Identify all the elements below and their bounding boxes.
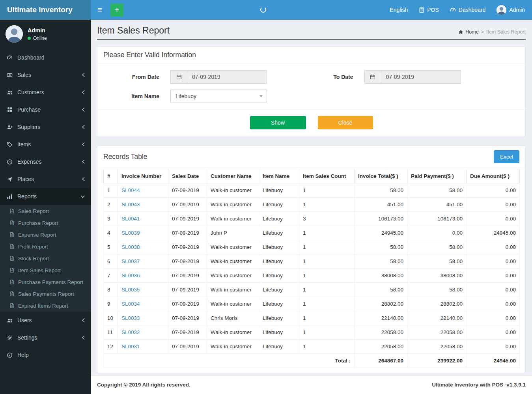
from-date-input[interactable]: [187, 70, 267, 84]
sidebar-toggle-button[interactable]: [91, 0, 109, 20]
sidebar-user-name: Admin: [28, 27, 47, 34]
sidebar-subitem-expired-items-report[interactable]: Expired Items Report: [0, 300, 91, 312]
filter-box: Please Enter Valid Information From Date: [97, 46, 526, 136]
row-number: 7: [104, 269, 118, 283]
invoice-link[interactable]: SL0035: [121, 287, 140, 293]
sidebar-item-items[interactable]: Items: [0, 136, 91, 153]
page-layout: Admin Online Dashboard Sales Customers: [0, 20, 532, 394]
sidebar-item-sales[interactable]: Sales: [0, 66, 91, 84]
breadcrumb-home[interactable]: Home: [458, 29, 478, 35]
filter-box-title: Please Enter Valid Information: [103, 51, 196, 59]
sidebar-item-expenses[interactable]: Expenses: [0, 153, 91, 170]
to-date-input[interactable]: [381, 70, 461, 84]
paid-payment: 58.00: [407, 183, 467, 198]
item-name: Lifebuoy: [259, 325, 299, 340]
table-row: 3 SL0041 07-09-2019 Walk-in customer Lif…: [104, 212, 520, 226]
sales-date: 07-09-2019: [168, 297, 207, 311]
navbar-main: + English POS Dashboard Admin: [91, 0, 532, 20]
sidebar-subitem-purchase-report[interactable]: Purchase Report: [0, 217, 91, 229]
item-name: Lifebuoy: [259, 283, 299, 297]
sales-date: 07-09-2019: [168, 226, 207, 240]
brand-logo[interactable]: Ultimate Inventory: [0, 0, 91, 20]
item-name: Lifebuoy: [259, 311, 299, 325]
page-title: Item Sales Report: [97, 25, 170, 36]
navbar-links: English POS Dashboard Admin: [384, 0, 532, 20]
invoice-link[interactable]: SL0038: [121, 244, 140, 250]
sidebar-item-customers[interactable]: Customers: [0, 84, 91, 101]
nav-pos[interactable]: POS: [413, 0, 444, 20]
column-header: Invoice Number: [118, 169, 168, 183]
due-amount: 0.00: [467, 254, 520, 269]
show-button[interactable]: Show: [250, 116, 306, 129]
from-date-label: From Date: [103, 74, 170, 80]
due-amount: 0.00: [467, 212, 520, 226]
sales-date: 07-09-2019: [168, 254, 207, 269]
invoice-link[interactable]: SL0044: [121, 187, 140, 193]
column-header: Sales Date: [168, 169, 207, 183]
row-number: 3: [104, 212, 118, 226]
sales-date: 07-09-2019: [168, 325, 207, 340]
close-button[interactable]: Close: [318, 116, 373, 129]
invoice-link[interactable]: SL0034: [121, 301, 140, 307]
calendar-icon: [170, 70, 187, 84]
invoice-link[interactable]: SL0041: [121, 216, 140, 222]
sales-date: 07-09-2019: [168, 240, 207, 254]
sidebar-subitem-sales-payments-report[interactable]: Sales Payments Report: [0, 288, 91, 300]
item-sales-count: 3: [299, 212, 355, 226]
paid-payment: 58.00: [407, 254, 467, 269]
sidebar-item-settings[interactable]: Settings: [0, 329, 91, 346]
item-sales-count: 1: [299, 269, 355, 283]
invoice-link[interactable]: SL0033: [121, 315, 140, 321]
sidebar-item-suppliers[interactable]: Suppliers: [0, 118, 91, 136]
excel-export-button[interactable]: Excel: [494, 150, 519, 163]
sidebar-item-users[interactable]: Users: [0, 312, 91, 329]
item-sales-count: 1: [299, 283, 355, 297]
item-name-select[interactable]: Lifebuoy: [170, 90, 267, 103]
item-name-row: Item Name Lifebuoy: [103, 90, 312, 103]
invoice-total: 58.00: [355, 254, 407, 269]
column-header: Item Sales Count: [299, 169, 355, 183]
file-icon: [9, 303, 15, 308]
invoice-link[interactable]: SL0039: [121, 230, 140, 236]
nav-language[interactable]: English: [384, 0, 413, 20]
item-name: Lifebuoy: [259, 226, 299, 240]
header-divider: [97, 39, 526, 40]
sidebar-item-help[interactable]: Help: [0, 346, 91, 364]
row-number: 8: [104, 283, 118, 297]
item-name: Lifebuoy: [259, 212, 299, 226]
sidebar-subitem-sales-report[interactable]: Sales Report: [0, 205, 91, 217]
sidebar-item-reports[interactable]: Reports: [0, 188, 91, 205]
item-sales-count: 1: [299, 198, 355, 212]
sidebar-subitem-expense-report[interactable]: Expense Report: [0, 229, 91, 241]
add-button[interactable]: +: [110, 4, 123, 17]
dashboard-icon: [450, 7, 456, 13]
nav-dashboard[interactable]: Dashboard: [444, 0, 491, 20]
sidebar-subitem-item-sales-report[interactable]: Item Sales Report: [0, 264, 91, 276]
invoice-link[interactable]: SL0037: [121, 258, 140, 264]
sidebar-subitem-profit-report[interactable]: Profit Report: [0, 241, 91, 252]
chevron-left-icon: [82, 318, 85, 323]
invoice-link[interactable]: SL0043: [121, 202, 140, 207]
invoice-link[interactable]: SL0031: [121, 344, 140, 349]
row-number: 9: [104, 297, 118, 311]
sidebar-subitem-purchase-payments-report[interactable]: Purchase Payments Report: [0, 276, 91, 288]
table-header-row: #Invoice NumberSales DateCustomer NameIt…: [104, 169, 520, 183]
chevron-left-icon: [82, 90, 85, 95]
item-name: Lifebuoy: [259, 254, 299, 269]
sidebar-subitem-stock-report[interactable]: Stock Report: [0, 252, 91, 264]
sidebar-item-purchase[interactable]: Purchase: [0, 101, 91, 118]
row-number: 6: [104, 254, 118, 269]
nav-user-menu[interactable]: Admin: [491, 0, 532, 20]
filter-form: From Date To Date: [97, 64, 525, 109]
invoice-link[interactable]: SL0036: [121, 273, 140, 278]
invoice-link[interactable]: SL0032: [121, 329, 140, 335]
info-icon: [6, 352, 13, 358]
item-sales-count: 1: [299, 183, 355, 198]
file-icon: [9, 291, 15, 297]
sidebar-user-status[interactable]: Online: [28, 35, 47, 41]
item-name: Lifebuoy: [259, 269, 299, 283]
sidebar-item-dashboard[interactable]: Dashboard: [0, 49, 91, 66]
sidebar-item-places[interactable]: Places: [0, 170, 91, 188]
chevron-left-icon: [82, 125, 85, 129]
customer-name: Walk-in customer: [207, 325, 259, 340]
